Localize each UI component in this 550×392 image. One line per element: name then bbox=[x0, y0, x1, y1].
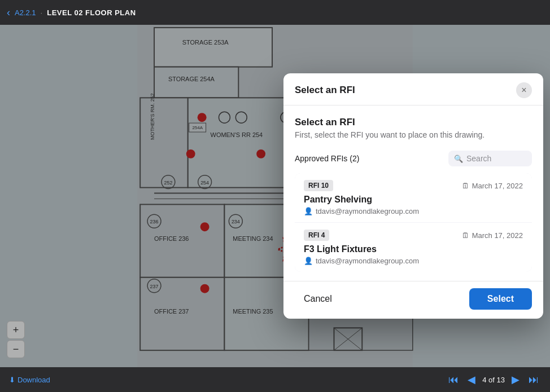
page-nav: ⏮ ◀ 4 of 13 ▶ ⏭ bbox=[446, 371, 541, 388]
modal-description: First, select the RFI you want to place … bbox=[295, 130, 532, 139]
download-label: Download bbox=[18, 376, 50, 384]
cancel-button[interactable]: Cancel bbox=[295, 289, 341, 309]
rfi-name-4: F3 Light Fixtures bbox=[304, 244, 523, 254]
rfi-item-4[interactable]: RFI 4 🗓 March 17, 2022 F3 Light Fixtures… bbox=[295, 223, 532, 272]
top-bar: ‹ A2.2.1 · LEVEL 02 FLOOR PLAN bbox=[0, 0, 550, 25]
page-indicator: 4 of 13 bbox=[482, 376, 505, 384]
rfi-badge-4: RFI 4 bbox=[304, 230, 329, 241]
filter-label: Approved RFIs (2) bbox=[295, 154, 359, 163]
user-icon: 👤 bbox=[304, 207, 313, 215]
rfi-date-10: 🗓 March 17, 2022 bbox=[462, 182, 523, 190]
back-button[interactable]: ‹ bbox=[7, 7, 10, 17]
filter-row: Approved RFIs (2) 🔍 bbox=[295, 151, 532, 166]
rfi-badge-10: RFI 10 bbox=[304, 180, 333, 191]
calendar-icon-2: 🗓 bbox=[462, 231, 469, 240]
rfi-item-header: RFI 10 🗓 March 17, 2022 bbox=[304, 180, 523, 191]
breadcrumb[interactable]: A2.2.1 bbox=[15, 8, 36, 17]
search-box[interactable]: 🔍 bbox=[448, 151, 532, 166]
rfi-list: RFI 10 🗓 March 17, 2022 Pantry Shelving … bbox=[295, 173, 532, 272]
modal-body: Select an RFI First, select the RFI you … bbox=[283, 105, 543, 281]
bottom-bar: ⬇ Download ⏮ ◀ 4 of 13 ▶ ⏭ bbox=[0, 367, 550, 392]
nav-prev-button[interactable]: ◀ bbox=[465, 371, 478, 388]
modal-footer: Cancel Select bbox=[283, 281, 543, 319]
nav-last-button[interactable]: ⏭ bbox=[526, 372, 541, 388]
search-icon: 🔍 bbox=[454, 155, 463, 163]
rfi-date-4: 🗓 March 17, 2022 bbox=[462, 231, 523, 240]
modal-close-button[interactable]: × bbox=[516, 82, 532, 98]
rfi-user-10: 👤 tdavis@raymondlakegroup.com bbox=[304, 207, 523, 215]
search-input[interactable] bbox=[466, 154, 526, 163]
rfi-modal: Select an RFI × Select an RFI First, sel… bbox=[283, 73, 543, 319]
breadcrumb-separator: · bbox=[41, 8, 43, 17]
download-icon: ⬇ bbox=[9, 376, 15, 384]
modal-subtitle: Select an RFI bbox=[295, 117, 532, 128]
modal-overlay: Select an RFI × Select an RFI First, sel… bbox=[0, 25, 550, 367]
nav-first-button[interactable]: ⏮ bbox=[446, 372, 461, 388]
rfi-name-10: Pantry Shelving bbox=[304, 195, 523, 205]
rfi-item-10[interactable]: RFI 10 🗓 March 17, 2022 Pantry Shelving … bbox=[295, 173, 532, 223]
modal-header: Select an RFI × bbox=[283, 73, 543, 105]
user-icon-2: 👤 bbox=[304, 257, 313, 265]
modal-header-title: Select an RFI bbox=[295, 85, 355, 96]
rfi-user-4: 👤 tdavis@raymondlakegroup.com bbox=[304, 257, 523, 265]
select-button[interactable]: Select bbox=[469, 288, 532, 310]
rfi-item-header-2: RFI 4 🗓 March 17, 2022 bbox=[304, 230, 523, 241]
calendar-icon: 🗓 bbox=[462, 182, 469, 190]
download-button[interactable]: ⬇ Download bbox=[9, 376, 50, 384]
page-title: LEVEL 02 FLOOR PLAN bbox=[47, 8, 136, 17]
nav-next-button[interactable]: ▶ bbox=[509, 371, 522, 388]
